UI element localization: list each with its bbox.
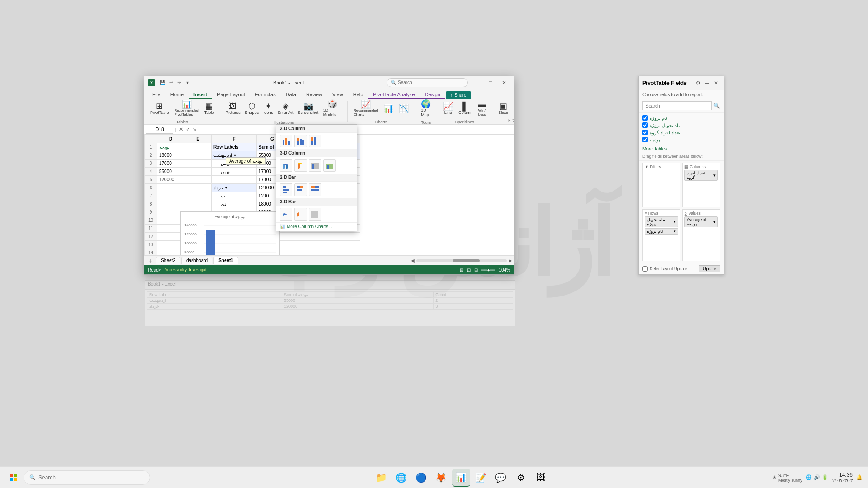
column-chart-btn[interactable]: 📊	[381, 103, 396, 114]
pivot-rows-chip1[interactable]: ماه تحویل پروژه ▾	[645, 216, 678, 227]
battery-icon[interactable]: 🔋	[822, 474, 828, 480]
cell-f6[interactable]: خرداد ▾	[212, 184, 257, 192]
bar-chart-btn[interactable]: 📉	[396, 103, 411, 114]
defer-layout-checkbox[interactable]	[642, 266, 648, 272]
line-btn[interactable]: 📈 Line	[441, 101, 455, 116]
customize-quick-btn[interactable]: ▾	[184, 80, 190, 86]
taskbar-settings[interactable]: ⚙	[512, 469, 530, 487]
cell-d3[interactable]: 17000	[157, 160, 184, 168]
cell-e8[interactable]	[184, 200, 212, 208]
pivot-settings-btn[interactable]: ⚙	[694, 79, 702, 87]
taskbar-file-explorer[interactable]: 📁	[373, 469, 391, 487]
undo-quick-btn[interactable]: ↩	[168, 80, 174, 86]
chart-3d-column-btn1[interactable]	[280, 159, 292, 172]
cell-f4[interactable]: بهمن	[212, 168, 257, 176]
tab-pivottable-analyze[interactable]: PivotTable Analyze	[368, 91, 419, 99]
taskbar-search-box[interactable]: 🔍	[24, 470, 150, 485]
cell-f8[interactable]: دی	[212, 200, 257, 208]
cell-e4[interactable]	[184, 168, 212, 176]
pivot-rows-chip2-dropdown[interactable]: ▾	[674, 229, 676, 234]
pivot-field-group-count-checkbox[interactable]	[642, 130, 648, 135]
close-button[interactable]: ✕	[498, 76, 510, 89]
taskbar-firefox[interactable]: 🦊	[432, 469, 450, 487]
add-sheet-btn[interactable]: +	[146, 257, 155, 264]
tab-data[interactable]: Data	[281, 91, 301, 99]
view-normal-btn[interactable]: ⊞	[460, 267, 463, 272]
chart-3d-column-btn2[interactable]	[294, 159, 307, 172]
sheet-tab-sheet1[interactable]: Sheet1	[213, 257, 238, 264]
pivot-more-tables-link[interactable]: More Tables...	[639, 145, 724, 152]
icons-btn[interactable]: ✦ Icons	[261, 101, 275, 116]
tab-design[interactable]: Design	[420, 91, 445, 99]
cell-e7[interactable]	[184, 192, 212, 200]
pivot-area-filters[interactable]: ▼ Filters	[642, 163, 680, 207]
minimize-button[interactable]: ─	[471, 76, 483, 89]
view-page-break-btn[interactable]: ⊟	[474, 267, 478, 272]
tab-help[interactable]: Help	[349, 91, 368, 99]
view-page-layout-btn[interactable]: ⊡	[467, 267, 471, 272]
tab-page-layout[interactable]: Page Layout	[212, 91, 250, 99]
timeline-btn[interactable]: ⏱ Timeline	[512, 101, 514, 116]
cell-d2[interactable]: 18000	[157, 151, 184, 160]
bar-chart-inline[interactable]: Average of بودجه 140000 120000 100000 80…	[180, 211, 280, 255]
cell-d5[interactable]: 120000	[157, 176, 184, 184]
tab-insert[interactable]: Insert	[189, 91, 212, 99]
start-button[interactable]	[5, 469, 22, 486]
cell-e6[interactable]	[184, 184, 212, 192]
chart-3d-bar-btn3[interactable]	[309, 208, 321, 221]
chart-3d-column-btn3[interactable]	[309, 159, 321, 172]
pivot-panel-close-btn[interactable]: ✕	[712, 79, 720, 87]
sheet-tab-sheet2[interactable]: Sheet2	[156, 257, 180, 264]
taskbar-chrome[interactable]: 🔵	[412, 469, 430, 487]
more-column-charts-link[interactable]: 📊 More Column Charts...	[276, 222, 357, 231]
pivot-field-budget[interactable]: بودجه	[642, 136, 720, 143]
chart-clustered-column-btn[interactable]	[280, 135, 292, 147]
chart-3d-column-btn4[interactable]	[323, 159, 336, 172]
taskbar-edge[interactable]: 🌐	[392, 469, 410, 487]
tab-file[interactable]: File	[148, 91, 165, 99]
recommended-pivot-btn[interactable]: 📊 RecommendedPivotTables	[172, 99, 201, 118]
pictures-btn[interactable]: 🖼 Pictures	[224, 101, 242, 116]
pivot-rows-chip1-dropdown[interactable]: ▾	[674, 220, 676, 224]
tab-formulas[interactable]: Formulas	[250, 91, 280, 99]
chart-stacked-column-btn[interactable]	[294, 135, 307, 147]
pivot-columns-chip[interactable]: تعداد افراد گروه ▾	[684, 170, 718, 181]
cell-d4[interactable]: 55000	[157, 168, 184, 176]
tab-view[interactable]: View	[328, 91, 348, 99]
volume-icon[interactable]: 🔊	[814, 474, 820, 480]
zoom-slider[interactable]: ━━●━━	[481, 267, 495, 272]
pivot-field-project-name-checkbox[interactable]	[642, 115, 648, 121]
redo-quick-btn[interactable]: ↪	[176, 80, 182, 86]
pivot-field-group-count[interactable]: تعداد افراد گروه	[642, 129, 720, 136]
smartart-btn[interactable]: ◈ SmartArt	[276, 101, 295, 116]
weather-widget[interactable]: ☀ 93°F Mostly sunny	[772, 473, 802, 483]
pivot-columns-chip-dropdown[interactable]: ▾	[713, 173, 716, 178]
pivot-area-values[interactable]: ∑ Values Average of بودجه ▾	[682, 209, 720, 261]
cancel-formula-btn[interactable]: ✕	[178, 127, 184, 132]
3d-map-btn[interactable]: 🌍 3D Map	[419, 99, 433, 118]
3d-models-btn[interactable]: 🎲 3D Models	[321, 99, 344, 118]
confirm-formula-btn[interactable]: ✓	[185, 127, 191, 132]
pivot-values-chip[interactable]: Average of بودجه ▾	[684, 216, 718, 227]
cell-e5[interactable]	[184, 176, 212, 184]
network-icon[interactable]: 🌐	[806, 474, 812, 480]
sheet-tab-dashboard[interactable]: dashboard	[181, 257, 212, 264]
cell-d1[interactable]: بودجه	[157, 143, 184, 151]
taskbar-clock[interactable]: 14:36 ۱۴۰۳/۰۳/۰۳	[832, 472, 853, 483]
name-box[interactable]	[146, 126, 173, 134]
taskbar-photos[interactable]: 🖼	[532, 469, 550, 487]
pivot-rows-chip2[interactable]: نام پروژه ▾	[645, 228, 678, 235]
chart-100pct-stacked-column-btn[interactable]	[309, 135, 321, 147]
pivot-field-project-name[interactable]: نام پروژه	[642, 114, 720, 122]
cell-e3[interactable]	[184, 160, 212, 168]
chart-stacked-bar-btn[interactable]	[294, 183, 307, 196]
chart-100pct-stacked-bar-btn[interactable]	[309, 183, 321, 196]
title-search-input[interactable]	[398, 80, 461, 85]
chart-clustered-bar-btn[interactable]	[280, 183, 292, 196]
sheet-scrollbar[interactable]	[416, 259, 507, 262]
cell-d8[interactable]	[157, 200, 184, 208]
win-loss-btn[interactable]: ▬ Win/Loss	[476, 99, 488, 118]
save-quick-btn[interactable]: 💾	[160, 80, 166, 86]
cell-f1[interactable]: Row Labels	[212, 143, 257, 151]
pivot-area-columns[interactable]: ▦ Columns تعداد افراد گروه ▾	[682, 163, 720, 207]
